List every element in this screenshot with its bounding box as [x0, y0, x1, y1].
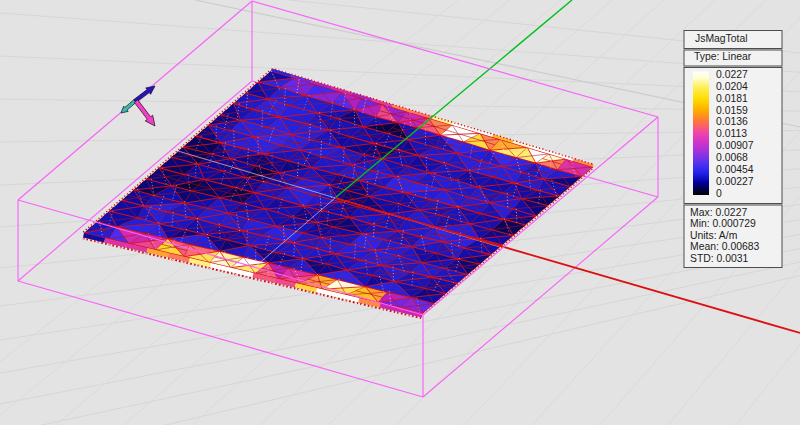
- svg-text:0: 0: [716, 188, 722, 199]
- svg-text:Min: 0.000729: Min: 0.000729: [690, 218, 756, 229]
- svg-text:Mean: 0.00683: Mean: 0.00683: [690, 241, 760, 252]
- svg-text:0.0227: 0.0227: [716, 69, 748, 80]
- svg-text:0.0113: 0.0113: [716, 128, 747, 139]
- svg-text:0.00907: 0.00907: [716, 140, 754, 151]
- svg-text:0.00454: 0.00454: [716, 164, 754, 175]
- svg-text:Max: 0.0227: Max: 0.0227: [690, 207, 747, 218]
- svg-text:JsMagTotal: JsMagTotal: [695, 33, 748, 44]
- svg-text:0.0136: 0.0136: [716, 116, 748, 127]
- svg-text:0.0068: 0.0068: [716, 152, 748, 163]
- svg-text:0.0159: 0.0159: [716, 105, 748, 116]
- svg-text:Type: Linear: Type: Linear: [694, 51, 752, 62]
- svg-text:0.00227: 0.00227: [716, 176, 754, 187]
- svg-text:Units: A/m: Units: A/m: [690, 230, 737, 241]
- svg-text:0.0181: 0.0181: [716, 93, 748, 104]
- svg-text:0.0204: 0.0204: [716, 81, 748, 92]
- svg-text:STD: 0.0031: STD: 0.0031: [690, 253, 749, 264]
